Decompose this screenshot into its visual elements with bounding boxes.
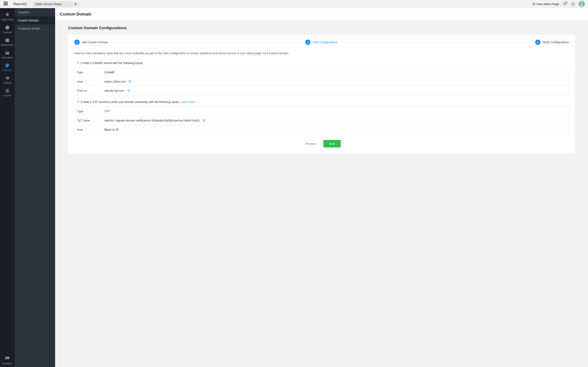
status-page-selector-label: Zylker Service Status	[35, 2, 62, 6]
table-row: TXT Value site24x7-signals-domain-verifi…	[75, 116, 569, 125]
apps-grid-icon[interactable]	[4, 2, 9, 7]
nav-incidents[interactable]: Incidents	[0, 23, 15, 36]
status-page-selector[interactable]: Zylker Service Status ▼	[33, 1, 79, 7]
table-row: Type TXT	[75, 107, 569, 116]
sidebar-secondary: Graphics Custom Domain Customize Email	[15, 8, 55, 367]
check-icon	[74, 40, 80, 45]
subnav-graphics[interactable]: Graphics	[15, 8, 55, 16]
previous-button[interactable]: Previous	[302, 140, 319, 147]
bullet-txt: Create a TXT record to verify your domai…	[74, 100, 569, 104]
main-header: Custom Domain	[55, 8, 588, 20]
subnav-custom-domain[interactable]: Custom Domain	[15, 16, 55, 25]
alert-icon	[5, 25, 9, 30]
subnav-customize-email[interactable]: Customize Email	[15, 25, 55, 33]
step-connector	[111, 42, 302, 42]
nav-subscribers[interactable]: Subscribers	[0, 49, 15, 61]
step-verify[interactable]: Verify Configurations	[535, 40, 569, 45]
sidebar-primary: Status Page Incidents Maintenance Subscr…	[0, 8, 15, 367]
svg-rect-6	[7, 28, 8, 29]
nav-feedback[interactable]: Feedback	[0, 354, 15, 367]
copy-icon[interactable]	[127, 89, 130, 92]
view-status-page-label: View Status Page	[536, 2, 559, 6]
svg-point-12	[7, 40, 8, 41]
cname-table: Type CNAME Host status.zylker.com	[74, 68, 569, 95]
section-title: Custom Domain Configurations	[68, 26, 575, 30]
action-row: Previous Next	[74, 140, 569, 147]
table-row: Host Blank or @	[75, 125, 569, 134]
edit-icon	[305, 40, 311, 45]
svg-point-16	[8, 65, 9, 66]
next-button[interactable]: Next	[323, 140, 341, 147]
separator: /	[29, 2, 30, 6]
view-status-page-link[interactable]: View Status Page	[532, 2, 559, 6]
inbox-icon	[5, 50, 9, 55]
svg-rect-7	[6, 39, 9, 42]
step-connector	[341, 42, 532, 42]
svg-rect-8	[6, 40, 9, 40]
feedback-icon	[5, 356, 9, 361]
svg-rect-1	[6, 13, 9, 16]
svg-point-15	[7, 64, 8, 65]
svg-rect-21	[130, 81, 131, 83]
copy-icon[interactable]	[128, 80, 131, 83]
table-row: Point to site24x7sp.com.	[75, 86, 569, 95]
stepper: Add Custom Domain DNS Configurations Ver…	[74, 40, 569, 45]
help-icon[interactable]: ?	[571, 2, 575, 6]
nav-maintenance[interactable]: Maintenance	[0, 36, 15, 49]
dollar-icon	[5, 89, 9, 93]
step-dns-config[interactable]: DNS Configurations	[305, 40, 338, 45]
external-link-icon	[532, 3, 535, 6]
svg-rect-10	[8, 38, 8, 39]
svg-rect-3	[7, 15, 8, 15]
table-row: Type CNAME	[75, 68, 569, 77]
svg-line-0	[534, 3, 535, 4]
svg-rect-20	[7, 359, 8, 359]
main-content: Custom Domain Custom Domain Configuratio…	[55, 8, 588, 367]
calendar-icon	[5, 38, 9, 42]
copy-icon[interactable]	[202, 119, 205, 122]
svg-rect-22	[128, 90, 130, 92]
check-icon	[535, 40, 540, 45]
nav-settings[interactable]: Settings	[0, 74, 15, 86]
svg-rect-23	[203, 120, 205, 122]
nav-status-page[interactable]: Status Page	[0, 11, 15, 23]
palette-icon	[5, 63, 9, 68]
intro-text: Here're a few mandatory steps that you m…	[74, 50, 569, 56]
user-avatar[interactable]	[579, 1, 585, 7]
page-title: Custom Domain	[60, 12, 583, 17]
svg-point-11	[6, 40, 7, 41]
svg-rect-5	[7, 26, 8, 28]
chevron-down-icon: ▼	[74, 2, 77, 6]
svg-point-2	[7, 14, 8, 15]
step-add-domain[interactable]: Add Custom Domain	[74, 40, 108, 45]
notifications-icon[interactable]	[563, 2, 567, 6]
bullet-cname: Create a CNAME record with the following…	[74, 61, 569, 65]
table-row: Host status.zylker.com	[75, 77, 569, 86]
svg-point-17	[7, 77, 8, 79]
learn-more-link[interactable]: Learn more	[181, 100, 195, 104]
nav-license[interactable]: License	[0, 86, 15, 99]
gear-icon	[5, 76, 9, 80]
txt-table: Type TXT TXT Value site24x7-signals-doma…	[74, 107, 569, 134]
nav-customize[interactable]: Customize	[0, 61, 15, 74]
svg-rect-19	[7, 358, 8, 359]
svg-point-14	[6, 65, 7, 66]
badge-icon	[5, 13, 9, 17]
svg-rect-9	[6, 38, 7, 39]
config-card: Add Custom Domain DNS Configurations Ver…	[68, 35, 575, 154]
svg-point-13	[8, 40, 8, 41]
topbar: StatusIQ / Zylker Service Status ▼ View …	[0, 0, 588, 8]
notification-badge	[566, 1, 568, 3]
brand-name: StatusIQ	[13, 2, 26, 6]
